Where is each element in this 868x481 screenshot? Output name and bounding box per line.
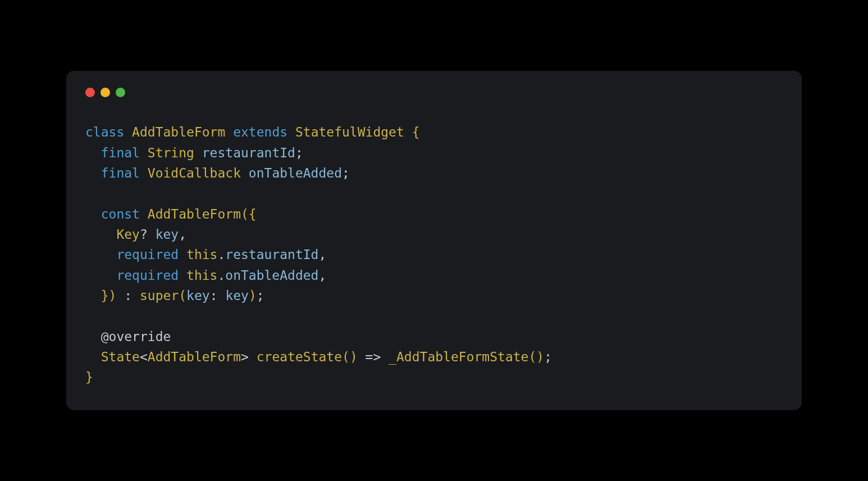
fn-AddTableFormState: _AddTableFormState: [389, 350, 528, 364]
semicolon: ;: [342, 166, 350, 180]
keyword-class: class: [85, 125, 124, 139]
keyword-final: final: [101, 166, 140, 180]
colon: :: [124, 288, 132, 303]
brace-open: {: [249, 207, 257, 221]
paren-close: ): [249, 288, 257, 303]
brace-close: }: [85, 370, 93, 384]
annotation-override: @override: [101, 329, 171, 344]
semicolon: ;: [257, 288, 264, 303]
keyword-const: const: [101, 207, 140, 221]
dot: .: [217, 247, 225, 262]
keyword-required: required: [116, 247, 179, 262]
paren-close: ): [350, 350, 358, 364]
keyword-final: final: [101, 146, 140, 160]
semicolon: ;: [544, 350, 552, 364]
paren-open: (: [179, 288, 186, 303]
zoom-icon[interactable]: [116, 88, 125, 97]
param-restaurantId: restaurantId: [225, 247, 318, 262]
comma: ,: [179, 227, 186, 242]
comma: ,: [318, 247, 326, 262]
paren-close: ): [536, 350, 544, 364]
fn-createState: createState: [257, 350, 342, 364]
type-StatefulWidget: StatefulWidget: [295, 125, 404, 139]
type-Key: Key: [116, 227, 140, 242]
arrow-op: =>: [366, 350, 381, 364]
param-key: key: [156, 227, 179, 242]
type-AddTableForm: AddTableForm: [132, 125, 225, 139]
nullable-qmark: ?: [140, 227, 148, 242]
paren-close: ): [109, 288, 117, 303]
call-super: super: [140, 288, 179, 303]
type-State: State: [101, 350, 140, 364]
code-window: class AddTableForm extends StatefulWidge…: [66, 71, 802, 410]
close-icon[interactable]: [85, 88, 95, 97]
type-VoidCallback: VoidCallback: [148, 166, 241, 180]
minimize-icon[interactable]: [100, 88, 110, 97]
colon: :: [210, 288, 218, 303]
keyword-extends: extends: [233, 125, 287, 139]
param-onTableAdded: onTableAdded: [225, 268, 318, 283]
ctor-AddTableForm: AddTableForm: [148, 207, 241, 221]
code-block: class AddTableForm extends StatefulWidge…: [85, 122, 783, 387]
field-onTableAdded: onTableAdded: [249, 166, 342, 180]
semicolon: ;: [295, 146, 303, 160]
keyword-this: this: [186, 268, 217, 283]
label-key: key: [186, 288, 210, 303]
keyword-this: this: [186, 247, 217, 262]
paren-open: (: [528, 350, 536, 364]
type-AddTableForm-generic: AddTableForm: [148, 350, 241, 364]
dot: .: [217, 268, 225, 283]
type-String: String: [148, 146, 194, 160]
paren-open: (: [342, 350, 350, 364]
arg-key: key: [225, 288, 249, 303]
field-restaurantId: restaurantId: [202, 146, 295, 160]
window-titlebar: [85, 87, 783, 97]
brace-close: }: [101, 288, 109, 303]
angle-close: >: [241, 350, 249, 364]
brace-open: {: [412, 125, 420, 139]
keyword-required: required: [116, 268, 179, 283]
paren-open: (: [241, 207, 249, 221]
comma: ,: [318, 268, 326, 283]
angle-open: <: [140, 350, 148, 364]
